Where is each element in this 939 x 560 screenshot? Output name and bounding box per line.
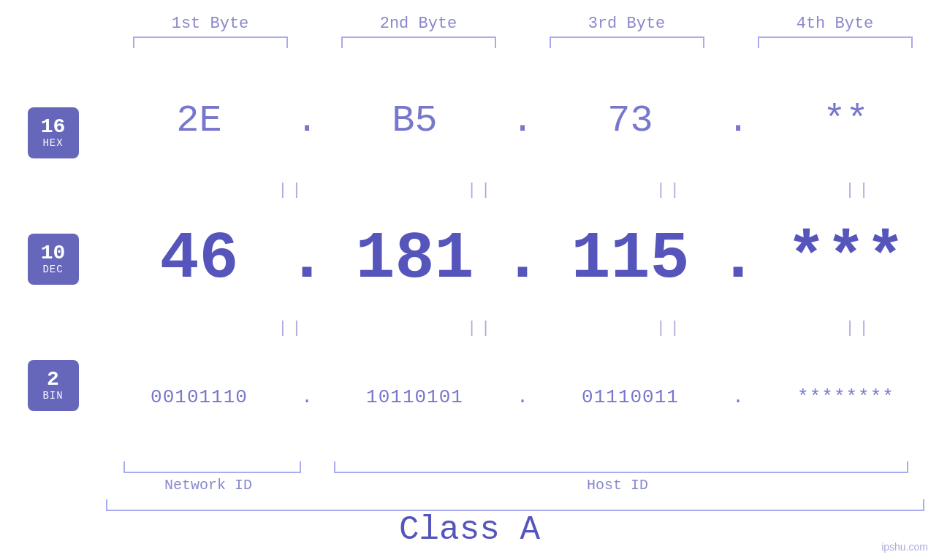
- hex-badge-label: HEX: [42, 137, 63, 149]
- hex-badge: 16 HEX: [28, 107, 79, 158]
- bin-b2: 10110101: [366, 386, 463, 408]
- bin-dot2: .: [508, 386, 537, 408]
- eq2-b1: ||: [212, 319, 372, 337]
- hex-badge-number: 16: [41, 117, 66, 137]
- footer-text: ipshu.com: [881, 541, 928, 553]
- bracket-top-4: [758, 37, 913, 48]
- hex-row: 2E . B5 . 73 . **: [106, 63, 939, 179]
- dec-dot2: .: [508, 222, 537, 296]
- eq1-b2: ||: [401, 181, 561, 199]
- bin-badge-number: 2: [47, 369, 59, 390]
- long-bottom-bracket: [106, 499, 924, 511]
- dec-dot1: .: [292, 222, 322, 296]
- equals-row-2: || || || ||: [106, 318, 939, 340]
- byte4-header: 4th Byte: [731, 15, 939, 33]
- hex-b1: 2E: [176, 99, 221, 142]
- hex-b3-cell: 73: [537, 99, 723, 142]
- bracket1: [106, 37, 314, 48]
- equals-row-1: || || || ||: [106, 179, 939, 201]
- class-value: Class A: [399, 511, 540, 549]
- network-id-label: Network ID: [106, 477, 311, 494]
- host-bracket-cell: [318, 461, 924, 473]
- dec-b3-cell: 115: [537, 222, 723, 296]
- hex-b4: **: [823, 99, 868, 142]
- eq1-b3: ||: [590, 181, 750, 199]
- dec-b4: ***: [786, 222, 905, 296]
- hex-dot1: .: [292, 99, 322, 142]
- bin-row: 00101110 . 10110101 . 01110011 .: [106, 340, 939, 456]
- bin-dot3: .: [723, 386, 753, 408]
- dec-dot3: .: [723, 222, 753, 296]
- bin-badge-label: BIN: [42, 390, 63, 402]
- eq1-b4: ||: [779, 181, 939, 199]
- values-area: 2E . B5 . 73 . **: [106, 63, 939, 456]
- host-bottom-bracket: [334, 461, 908, 473]
- byte-headers: 1st Byte 2nd Byte 3rd Byte 4th Byte: [0, 15, 939, 33]
- bin-badge: 2 BIN: [28, 360, 79, 411]
- bin-dot1: .: [292, 386, 322, 408]
- bin-b3: 01110011: [582, 386, 679, 408]
- bin-b3-cell: 01110011: [537, 386, 723, 408]
- dec-badge-label: DEC: [42, 264, 63, 275]
- eq1-b1: ||: [212, 181, 372, 199]
- dec-b3: 115: [571, 222, 689, 296]
- bracket2: [314, 37, 522, 48]
- bin-b1-cell: 00101110: [106, 386, 292, 408]
- bottom-brackets: [0, 461, 939, 473]
- hex-b1-cell: 2E: [106, 99, 292, 142]
- eq2-b4: ||: [779, 319, 939, 337]
- dec-b2: 181: [355, 222, 474, 296]
- byte2-header: 2nd Byte: [314, 15, 522, 33]
- bin-b1: 00101110: [151, 386, 248, 408]
- dec-b4-cell: ***: [753, 222, 939, 296]
- byte3-header: 3rd Byte: [522, 15, 731, 33]
- bracket3: [522, 37, 731, 48]
- long-bracket-container: [0, 499, 939, 511]
- id-labels-row: Network ID Host ID: [0, 477, 939, 494]
- bracket-top-1: [133, 37, 288, 48]
- dec-badge-number: 10: [41, 243, 66, 264]
- footer: ipshu.com: [881, 541, 928, 553]
- bracket-top-3: [550, 37, 704, 48]
- bracket-top-2: [341, 37, 496, 48]
- bin-b4-cell: ********: [753, 386, 939, 408]
- eq2-b2: ||: [401, 319, 561, 337]
- dec-badge: 10 DEC: [28, 234, 79, 285]
- dec-b2-cell: 181: [322, 222, 508, 296]
- network-bracket-cell: [106, 461, 318, 473]
- dec-b1-cell: 46: [106, 222, 292, 296]
- content-area: 16 HEX 10 DEC 2 BIN 2E .: [0, 63, 939, 456]
- dec-row: 46 . 181 . 115 . ***: [106, 201, 939, 317]
- hex-dot3: .: [723, 99, 753, 142]
- hex-b2-cell: B5: [322, 99, 508, 142]
- hex-b2: B5: [392, 99, 437, 142]
- byte1-header: 1st Byte: [106, 15, 314, 33]
- network-bottom-bracket: [123, 461, 301, 473]
- bin-b2-cell: 10110101: [322, 386, 508, 408]
- hex-dot2: .: [508, 99, 537, 142]
- hex-b4-cell: **: [753, 99, 939, 142]
- eq2-b3: ||: [590, 319, 750, 337]
- host-id-label: Host ID: [311, 477, 924, 494]
- bracket4: [731, 37, 939, 48]
- class-row: Class A: [0, 511, 939, 560]
- bin-b4: ********: [797, 386, 894, 408]
- hex-b3: 73: [607, 99, 653, 142]
- main-container: 1st Byte 2nd Byte 3rd Byte 4th Byte 16 H…: [0, 0, 939, 560]
- badges-column: 16 HEX 10 DEC 2 BIN: [0, 63, 106, 456]
- top-brackets: [0, 37, 939, 48]
- dec-b1: 46: [159, 222, 238, 296]
